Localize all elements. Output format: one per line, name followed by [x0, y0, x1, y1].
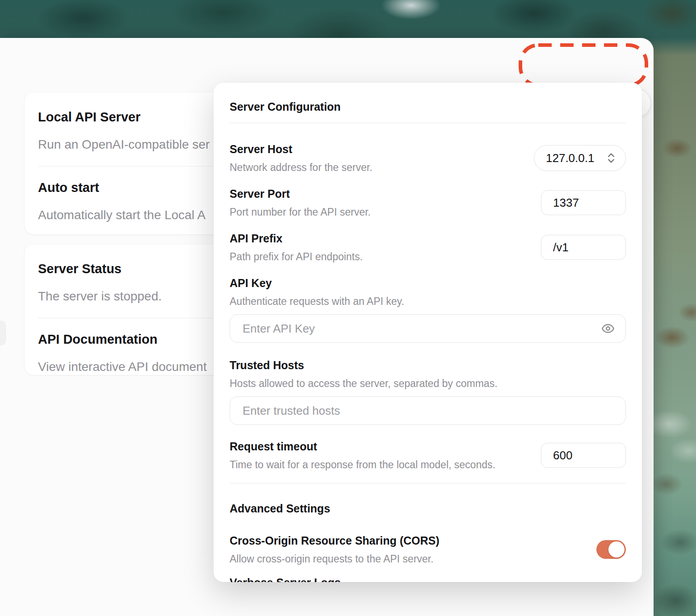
chevrons-up-down-icon — [605, 152, 617, 164]
server-port-row: Server Port Port number for the API serv… — [230, 187, 626, 219]
server-host-select[interactable]: 127.0.0.1 — [534, 145, 626, 171]
server-port-label: Server Port — [230, 187, 371, 201]
request-timeout-desc: Time to wait for a response from the loc… — [230, 458, 495, 471]
server-host-value: 127.0.0.1 — [546, 151, 594, 165]
server-configuration-popover: Server Configuration Server Host Network… — [214, 83, 642, 582]
left-edge-item — [0, 320, 6, 345]
server-host-row: Server Host Network address for the serv… — [230, 142, 626, 174]
api-key-desc: Authenticate requests with an API key. — [230, 295, 626, 308]
api-prefix-label: API Prefix — [230, 231, 363, 246]
server-port-desc: Port number for the API server. — [230, 205, 371, 219]
toggle-knob — [608, 541, 625, 558]
toggle-visibility-button[interactable] — [600, 320, 616, 337]
advanced-settings-title: Advanced Settings — [230, 501, 626, 516]
api-key-block: API Key Authenticate requests with an AP… — [230, 276, 626, 343]
eye-icon — [601, 322, 615, 335]
popover-title: Server Configuration — [230, 100, 626, 114]
request-timeout-input[interactable] — [541, 443, 626, 468]
request-timeout-label: Request timeout — [230, 439, 495, 454]
server-host-desc: Network address for the server. — [230, 161, 373, 174]
request-timeout-row: Request timeout Time to wait for a respo… — [230, 439, 626, 471]
server-port-input[interactable] — [541, 190, 626, 215]
trusted-hosts-block: Trusted Hosts Hosts allowed to access th… — [230, 358, 626, 425]
api-key-input[interactable] — [230, 314, 626, 343]
api-prefix-row: API Prefix Path prefix for API endpoints… — [230, 231, 626, 263]
cors-desc: Allow cross-origin requests to the API s… — [230, 552, 440, 566]
cors-row: Cross-Origin Resource Sharing (CORS) All… — [230, 533, 626, 566]
cors-toggle[interactable] — [596, 540, 626, 559]
divider — [230, 483, 626, 483]
cors-label: Cross-Origin Resource Sharing (CORS) — [230, 533, 440, 548]
server-host-label: Server Host — [230, 142, 373, 156]
api-prefix-desc: Path prefix for API endpoints. — [230, 250, 363, 263]
api-prefix-input[interactable] — [541, 235, 626, 260]
trusted-hosts-desc: Hosts allowed to access the server, sepa… — [230, 377, 626, 390]
api-key-label: API Key — [230, 276, 626, 290]
trusted-hosts-input[interactable] — [230, 396, 626, 425]
verbose-server-logs-label: Verbose Server Logs — [230, 575, 626, 582]
divider — [230, 123, 626, 123]
trusted-hosts-label: Trusted Hosts — [230, 358, 626, 372]
